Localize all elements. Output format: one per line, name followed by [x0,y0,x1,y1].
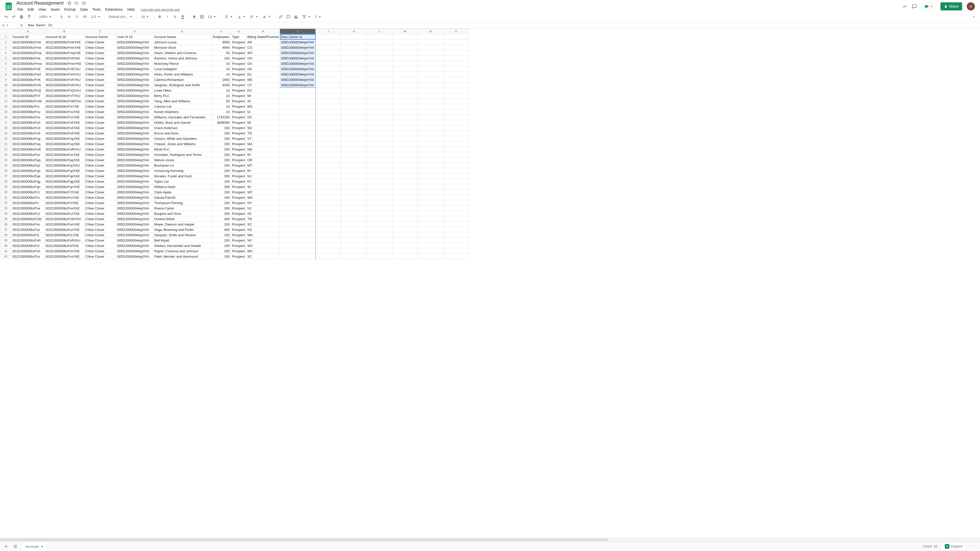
cell[interactable] [418,136,443,141]
cell[interactable]: WY [246,50,280,56]
cell[interactable]: 005DJ000004eiyjYAA [116,168,153,173]
cell[interactable]: 001DJ00000kzFnNYAU [45,83,84,88]
cell[interactable] [418,114,443,120]
cell[interactable]: Prospect [231,206,246,211]
header-cell[interactable]: New Owner Id [280,34,316,40]
cell[interactable] [316,157,341,163]
cell[interactable]: GA [246,61,280,66]
cell[interactable] [392,130,418,136]
star-icon[interactable] [67,1,72,5]
cell[interactable]: 001DJ00000kzFnT [11,93,45,98]
cell[interactable]: 001DJ00000kzFnr [11,104,45,109]
col-header-N[interactable]: N [418,29,443,34]
cell[interactable]: 150 [212,222,231,227]
cell[interactable] [316,206,341,211]
cell[interactable] [367,61,392,66]
cell[interactable]: NY [246,200,280,206]
cell[interactable]: 001DJ00000kzFqg [11,179,45,184]
cell[interactable]: Prospect [231,98,246,104]
cell[interactable] [341,66,367,72]
cell[interactable] [367,211,392,216]
cell[interactable] [341,88,367,93]
format-currency-button[interactable]: $ [58,13,65,21]
cell[interactable] [316,45,341,50]
header-cell[interactable] [341,34,367,40]
cell[interactable]: 250 [212,195,231,200]
row-header[interactable]: 23 [0,152,11,157]
cell[interactable] [367,200,392,206]
col-header-O[interactable]: O [443,29,469,34]
italic-button[interactable]: I [164,13,171,21]
cell[interactable]: Prospect [231,77,246,83]
cell[interactable]: 001DJ00000kzFxhYAE [45,248,84,254]
cell[interactable] [367,77,392,83]
cell[interactable] [367,66,392,72]
cell[interactable]: Elliott PLC [153,147,212,152]
cell[interactable]: 005DJ000004eiyjYAA [116,56,153,61]
cell[interactable] [392,222,418,227]
cell[interactable] [392,88,418,93]
cell[interactable] [418,232,443,238]
cell[interactable]: CO [246,45,280,50]
cell[interactable]: 005DJ000004eiyeYAA [280,56,316,61]
cell[interactable] [316,152,341,157]
row-header[interactable]: 2 [0,40,11,45]
cell[interactable] [418,77,443,83]
cell[interactable]: Prospect [231,195,246,200]
cell[interactable]: 001DJ00000kzFog [11,136,45,141]
cell[interactable]: Hicks, Porter and Williams [153,72,212,77]
cell[interactable]: 150 [212,200,231,206]
cell[interactable] [280,179,316,184]
cell[interactable]: 001DJ00000kzFoq [11,141,45,147]
cell[interactable] [392,66,418,72]
cell[interactable] [341,120,367,125]
format-percent-button[interactable]: % [65,13,73,21]
col-header-B[interactable]: B [45,29,84,34]
cell[interactable] [443,88,469,93]
cell[interactable]: KS [246,88,280,93]
horizontal-scrollbar[interactable] [0,538,980,541]
cell[interactable]: Prospect [231,109,246,114]
cell[interactable] [367,179,392,184]
cell[interactable] [367,109,392,114]
cell[interactable]: Prospect [231,130,246,136]
cell[interactable] [443,77,469,83]
cell[interactable]: Gonzalez, Rodriguez and Torres [153,152,212,157]
cell[interactable]: Chloe Closer [84,168,116,173]
cell[interactable]: Bell-Wyatt [153,238,212,243]
cell[interactable] [316,216,341,222]
cell[interactable]: 9550 [212,40,231,45]
cell[interactable] [316,141,341,147]
cell[interactable] [443,163,469,168]
cell[interactable]: 001DJ00000kzFqeYAE [45,173,84,179]
cell[interactable] [392,125,418,130]
cell[interactable]: Chloe Closer [84,163,116,168]
sheet-tab-menu-icon[interactable]: ▼ [41,545,43,548]
cell[interactable]: Chloe Closer [84,72,116,77]
cell[interactable]: 001DJ00000kzFnHYAU [45,72,84,77]
cell[interactable] [418,50,443,56]
cell[interactable]: Chloe Closer [84,227,116,232]
wrap-button[interactable]: ▼ [248,13,260,21]
cell[interactable] [280,163,316,168]
col-header-A[interactable]: A [11,29,45,34]
cell[interactable] [280,141,316,147]
name-box[interactable]: I1▼ [0,24,18,27]
cell[interactable] [392,189,418,195]
cell[interactable]: Vasquez, Smith and Vincent [153,232,212,238]
cell[interactable] [280,222,316,227]
cell[interactable]: Patel, Mendez and Hammond [153,254,212,259]
cell[interactable]: 005DJ000004eiyjYAA [116,200,153,206]
cell[interactable]: 001DJ00000kzFnKYAU [45,77,84,83]
cell[interactable]: Chloe Closer [84,40,116,45]
cell[interactable]: 4950 [212,45,231,50]
cell[interactable] [280,125,316,130]
cell[interactable]: 10 [212,109,231,114]
cell[interactable]: 1950 [212,77,231,83]
cell[interactable] [280,147,316,152]
insert-chart-button[interactable] [293,13,300,21]
cell[interactable] [367,88,392,93]
cell[interactable]: 001DJ00000kzFocYAE [45,152,84,157]
cell[interactable] [418,83,443,88]
cell[interactable]: 001DJ00000kzFo3 [11,125,45,130]
